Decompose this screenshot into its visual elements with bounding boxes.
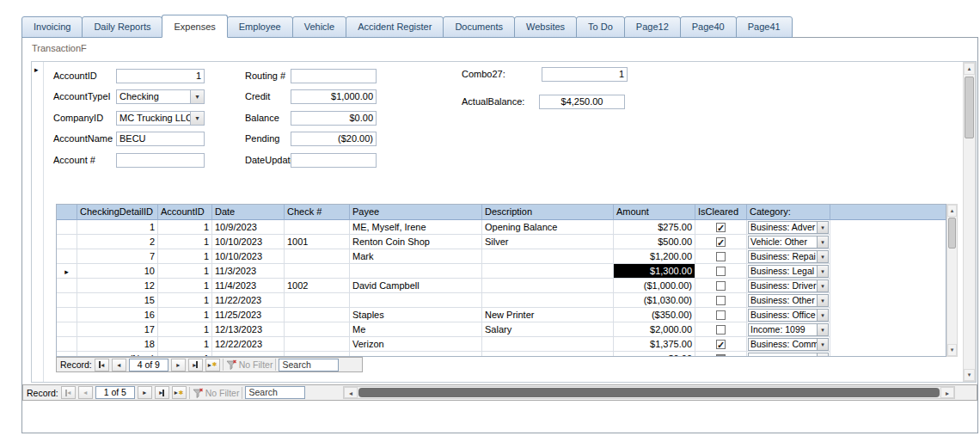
- cell-id[interactable]: 1: [77, 220, 158, 235]
- cell-payee[interactable]: [350, 293, 482, 308]
- cell-category[interactable]: Income: 1099▾: [747, 322, 830, 337]
- cell-account_id[interactable]: 1: [158, 293, 212, 308]
- cell-id[interactable]: 10: [77, 264, 158, 279]
- cell-date[interactable]: 12/22/2023: [212, 337, 285, 352]
- cell-check[interactable]: 1001: [285, 235, 350, 249]
- chevron-down-icon[interactable]: ▾: [817, 353, 828, 358]
- iscleared-checkbox[interactable]: [716, 310, 726, 320]
- cell-check[interactable]: [285, 322, 350, 337]
- chevron-down-icon[interactable]: ▾: [817, 266, 828, 277]
- iscleared-checkbox[interactable]: [716, 281, 726, 291]
- cell-category[interactable]: Business: Repai▾: [747, 249, 830, 264]
- previous-record-button[interactable]: ◂: [78, 386, 93, 399]
- cell-check[interactable]: [285, 308, 350, 322]
- cell-category[interactable]: ▾: [747, 352, 830, 357]
- tab-websites[interactable]: Websites: [514, 16, 577, 38]
- cell-check[interactable]: [285, 293, 350, 308]
- cell-category[interactable]: Business: Other▾: [747, 293, 830, 308]
- cell-cleared[interactable]: [695, 352, 747, 357]
- cell-cleared[interactable]: [695, 322, 747, 337]
- tab-page40[interactable]: Page40: [680, 16, 737, 38]
- companyid-combo[interactable]: MC Trucking LLC ▾: [116, 111, 205, 126]
- tab-vehicle[interactable]: Vehicle: [292, 16, 346, 38]
- cell-category[interactable]: Business: Legal▾: [747, 264, 830, 279]
- iscleared-checkbox[interactable]: [716, 237, 726, 247]
- cell-check[interactable]: [285, 220, 350, 235]
- category-combo[interactable]: Vehicle: Other▾: [748, 236, 829, 249]
- cell-category[interactable]: Business: Office▾: [747, 308, 830, 322]
- cell-account_id[interactable]: 1: [158, 308, 212, 322]
- chevron-down-icon[interactable]: ▾: [817, 339, 828, 350]
- cell-check[interactable]: [285, 264, 350, 279]
- cell-description[interactable]: [482, 264, 614, 279]
- scrollbar-thumb[interactable]: [358, 388, 940, 397]
- row-selector[interactable]: [57, 220, 77, 235]
- iscleared-checkbox[interactable]: [716, 354, 726, 358]
- cell-category[interactable]: Business: Driver▾: [747, 279, 830, 293]
- cell-payee[interactable]: David Campbell: [350, 279, 482, 293]
- cell-description[interactable]: [482, 279, 614, 293]
- cell-description[interactable]: New Printer: [482, 308, 614, 322]
- cell-id[interactable]: 15: [77, 293, 158, 308]
- row-selector[interactable]: [57, 308, 77, 322]
- cell-cleared[interactable]: [695, 249, 747, 264]
- category-combo[interactable]: Business: Comm▾: [748, 338, 829, 351]
- column-header-payee[interactable]: Payee: [350, 205, 482, 220]
- cell-amount[interactable]: ($1,030.00): [614, 293, 695, 308]
- dateupdated-input[interactable]: [291, 153, 377, 168]
- cell-id[interactable]: 18: [77, 337, 158, 352]
- cell-category[interactable]: Vehicle: Other▾: [747, 235, 830, 249]
- scroll-down-icon[interactable]: ▾: [947, 344, 957, 356]
- row-selector[interactable]: ▸: [57, 264, 77, 279]
- row-selector[interactable]: [57, 322, 77, 337]
- chevron-down-icon[interactable]: ▾: [817, 295, 828, 306]
- scroll-down-icon[interactable]: ▾: [964, 369, 975, 381]
- scroll-right-icon[interactable]: ▸: [940, 387, 954, 398]
- category-combo[interactable]: ▾: [748, 353, 829, 358]
- scrollbar-thumb[interactable]: [948, 218, 956, 249]
- tab-invoicing[interactable]: Invoicing: [21, 16, 83, 38]
- column-header-accountid[interactable]: AccountID: [158, 205, 212, 220]
- chevron-down-icon[interactable]: ▾: [190, 90, 204, 103]
- column-header-amount[interactable]: Amount: [614, 205, 695, 220]
- category-combo[interactable]: Business: Legal▾: [748, 265, 829, 278]
- cell-amount[interactable]: $0.00: [614, 352, 695, 357]
- cell-payee[interactable]: Verizon: [350, 337, 482, 352]
- iscleared-checkbox[interactable]: [716, 340, 726, 349]
- cell-category[interactable]: Business: Adver▾: [747, 220, 830, 235]
- cell-amount[interactable]: $1,300.00: [614, 264, 695, 279]
- category-combo[interactable]: Business: Repai▾: [748, 250, 829, 263]
- record-position[interactable]: 4 of 9: [129, 359, 168, 371]
- cell-cleared[interactable]: [695, 264, 747, 279]
- cell-id[interactable]: 12: [77, 279, 158, 293]
- pending-input[interactable]: ($20.00): [291, 132, 377, 146]
- accountname-input[interactable]: BECU: [116, 132, 205, 146]
- cell-cleared[interactable]: [695, 220, 747, 235]
- cell-amount[interactable]: $275.00: [614, 220, 695, 235]
- row-selector[interactable]: [57, 235, 77, 249]
- cell-category[interactable]: Business: Comm▾: [747, 337, 830, 352]
- iscleared-checkbox[interactable]: [716, 252, 726, 261]
- row-selector[interactable]: [57, 293, 77, 308]
- routing-input[interactable]: [291, 69, 377, 83]
- chevron-down-icon[interactable]: ▾: [190, 112, 204, 125]
- scroll-left-icon[interactable]: ◂: [344, 387, 358, 398]
- category-combo[interactable]: Income: 1099▾: [748, 323, 829, 336]
- chevron-down-icon[interactable]: ▾: [817, 222, 828, 233]
- cell-account_id[interactable]: 1: [158, 249, 212, 264]
- scroll-up-icon[interactable]: ▴: [947, 205, 957, 217]
- category-combo[interactable]: Business: Office▾: [748, 309, 829, 322]
- row-selector[interactable]: [57, 249, 77, 264]
- cell-amount[interactable]: $1,375.00: [614, 337, 695, 352]
- chevron-down-icon[interactable]: ▾: [817, 251, 828, 262]
- cell-payee[interactable]: ME, Myself, Irene: [350, 220, 482, 235]
- cell-date[interactable]: 10/9/2023: [212, 220, 285, 235]
- horizontal-scrollbar[interactable]: ◂ ▸: [343, 386, 955, 399]
- tab-page41[interactable]: Page41: [736, 16, 793, 38]
- cell-date[interactable]: 11/22/2023: [212, 293, 285, 308]
- next-record-button[interactable]: ▸: [171, 359, 186, 371]
- new-record-button[interactable]: ▸✱: [205, 359, 220, 371]
- cell-id[interactable]: 7: [77, 249, 158, 264]
- cell-description[interactable]: [482, 337, 614, 352]
- cell-account_id[interactable]: 1: [158, 279, 212, 293]
